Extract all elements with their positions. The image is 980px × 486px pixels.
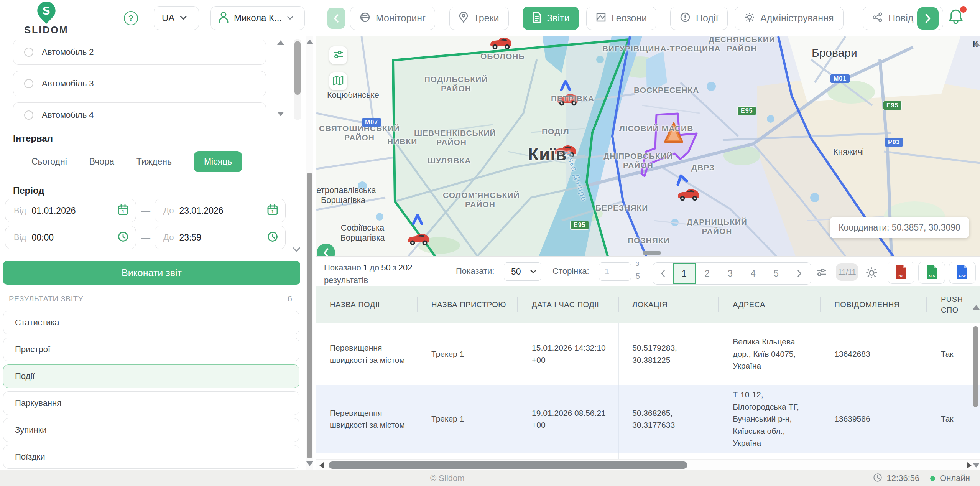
radio-button[interactable] xyxy=(24,48,33,57)
help-glyph: ? xyxy=(128,13,133,23)
app-footer: © Slidom 12:36:56 Онлайн xyxy=(0,470,980,486)
page-size-select[interactable]: 50 xyxy=(504,262,541,281)
result-item-trips[interactable]: Поїздки xyxy=(3,445,299,469)
tab-administration[interactable]: Адміністрування xyxy=(735,7,844,30)
vehicle-list-scrollbar-thumb[interactable] xyxy=(294,41,301,95)
prev-page-button[interactable] xyxy=(653,263,673,284)
table-row[interactable]: Перевищення швидкості за містом Трекер 1… xyxy=(316,323,980,385)
radio-button[interactable] xyxy=(24,79,33,88)
interval-option-today[interactable]: Сьогодні xyxy=(31,157,67,167)
vehicle-list-item[interactable]: Автомобіль 4 xyxy=(13,102,266,122)
page-button-2[interactable]: 2 xyxy=(696,263,719,284)
user-menu[interactable]: Микола К... xyxy=(210,6,305,30)
scroll-up-arrow[interactable] xyxy=(277,40,284,45)
tab-geozones[interactable]: Геозони xyxy=(586,7,656,30)
tab-events[interactable]: Події xyxy=(670,7,728,30)
result-item-parking[interactable]: Паркування xyxy=(3,391,299,415)
share-network-icon xyxy=(872,12,883,25)
result-label: Статистика xyxy=(15,318,59,328)
cell-push: Так xyxy=(927,385,980,453)
map-filter-button[interactable] xyxy=(329,46,347,64)
cell-event: Перевищення швидкості за містом xyxy=(316,385,418,453)
scroll-up-arrow[interactable] xyxy=(306,40,313,44)
export-csv-button[interactable]: CSV xyxy=(949,262,976,284)
scroll-down-arrow[interactable] xyxy=(306,461,313,466)
scroll-up-arrow[interactable] xyxy=(973,42,980,46)
section-collapse-chevron-icon[interactable] xyxy=(292,247,301,254)
column-header: АДРЕСА xyxy=(719,286,821,323)
page-button-5[interactable]: 5 xyxy=(765,263,788,284)
page-total: 5 xyxy=(636,272,640,281)
online-status-dot xyxy=(930,476,935,481)
interval-option-week[interactable]: Тиждень xyxy=(136,157,172,167)
chevron-down-icon xyxy=(530,268,536,275)
map-layers-button[interactable] xyxy=(329,72,347,90)
table-horizontal-scrollbar[interactable] xyxy=(316,459,980,470)
time-to-input[interactable]: До 23:59 xyxy=(155,226,286,249)
page-button-4[interactable]: 4 xyxy=(742,263,765,284)
scroll-right-arrow[interactable] xyxy=(967,462,972,468)
nav-scroll-right-button[interactable] xyxy=(917,7,939,30)
radio-button[interactable] xyxy=(24,110,33,120)
vehicle-list-item[interactable]: Автомобіль 2 xyxy=(13,40,266,65)
time-from-input[interactable]: Від 00:00 xyxy=(5,226,136,249)
interval-option-yesterday[interactable]: Вчора xyxy=(89,157,114,167)
language-value: UA xyxy=(162,13,174,23)
chevron-down-icon xyxy=(287,15,293,21)
result-item-statistics[interactable]: Статистика xyxy=(3,311,299,334)
chevron-down-icon xyxy=(180,15,187,21)
logo-text: SLIDOM xyxy=(14,25,79,36)
road-badge: Е95 xyxy=(737,106,756,115)
date-from-input[interactable]: Від 01.01.2026 1 xyxy=(5,199,136,222)
clock-icon xyxy=(117,231,129,244)
sidebar-scrollbar-thumb[interactable] xyxy=(307,173,312,458)
table-row-partial xyxy=(316,453,980,459)
result-item-stops[interactable]: Зупинки xyxy=(3,418,299,442)
interval-option-month[interactable]: Місяць xyxy=(194,151,242,172)
language-select[interactable]: UA xyxy=(154,6,199,30)
calendar-icon: 1 xyxy=(117,204,129,217)
tab-reports[interactable]: Звіти xyxy=(523,7,579,30)
result-label: Поїздки xyxy=(15,452,45,462)
nav-scroll-left-button[interactable] xyxy=(327,8,345,29)
panel-resize-handle[interactable] xyxy=(643,251,661,255)
page-button-1[interactable]: 1 xyxy=(673,263,696,284)
map-canvas[interactable]: Коцюбинське СВЯТОШИНСЬКИЙ РАЙОН НИВКИ ШЕ… xyxy=(316,36,980,256)
column-header: PUSH СПО xyxy=(927,286,980,323)
page-button-3[interactable]: 3 xyxy=(719,263,742,284)
geofence-map-icon xyxy=(596,12,606,25)
result-item-devices[interactable]: Пристрої xyxy=(3,338,299,361)
date-to-input[interactable]: До 23.01.2026 1 xyxy=(155,199,286,222)
time-from-value: 00:00 xyxy=(31,232,117,243)
run-report-button[interactable]: Виконати звіт xyxy=(3,261,300,285)
next-page-button[interactable] xyxy=(788,263,811,284)
horizontal-scrollbar-thumb[interactable] xyxy=(329,461,687,469)
vehicle-list-item[interactable]: Автомобіль 3 xyxy=(13,71,266,96)
tab-tracks[interactable]: Треки xyxy=(449,7,509,30)
vehicle-label: Автомобіль 2 xyxy=(42,47,94,57)
table-vertical-scrollbar-thumb[interactable] xyxy=(973,326,978,407)
interval-options: Сьогодні Вчора Тиждень Місяць xyxy=(0,150,291,173)
scroll-left-arrow[interactable] xyxy=(319,462,324,468)
export-xls-button[interactable]: XLS xyxy=(918,262,945,284)
tab-monitoring[interactable]: Моніторинг xyxy=(350,7,435,30)
notifications-bell-button[interactable] xyxy=(948,8,967,28)
page-of-word: з xyxy=(636,259,639,268)
map-icon xyxy=(333,76,344,87)
page-number-input[interactable] xyxy=(599,262,631,281)
slidom-logo[interactable]: S SLIDOM xyxy=(14,2,79,36)
tab-label: Звіти xyxy=(547,13,569,24)
result-label: Зупинки xyxy=(15,425,47,435)
scroll-down-arrow[interactable] xyxy=(973,463,980,468)
input-prefix: Від xyxy=(14,232,26,242)
table-row[interactable]: Перевищення швидкості за містом Трекер 1… xyxy=(316,385,980,453)
help-button[interactable]: ? xyxy=(124,11,138,25)
scroll-down-arrow[interactable] xyxy=(277,112,284,116)
column-filter-button[interactable] xyxy=(816,267,827,279)
page-size-label: Показати: xyxy=(456,266,494,276)
result-item-events[interactable]: Події xyxy=(3,364,299,388)
scroll-up-arrow[interactable] xyxy=(973,305,980,310)
export-pdf-button[interactable]: PDF xyxy=(888,262,914,284)
table-settings-button[interactable] xyxy=(865,267,878,281)
main-nav: Моніторинг Треки Звіти Геозони xyxy=(316,0,980,36)
